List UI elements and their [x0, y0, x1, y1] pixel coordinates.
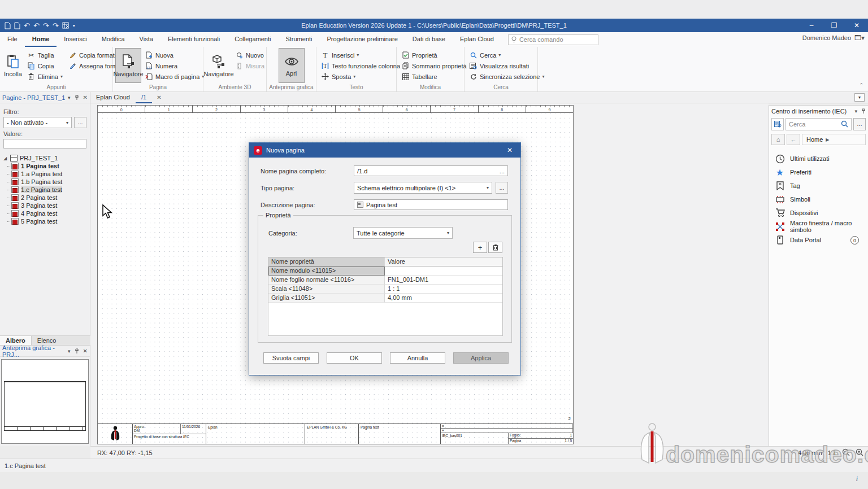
ambiente3d-navigatore-button[interactable]: Navigatore [206, 48, 232, 83]
sincronizza-selezione-button[interactable]: Sincronizza selezione▾ [467, 71, 546, 82]
page-up-icon[interactable] [5, 22, 11, 29]
ribbon-collapse-icon[interactable]: ⌃ [859, 82, 863, 88]
tab-eplan-cloud-doc[interactable]: Eplan Cloud [90, 92, 136, 103]
filtro-select[interactable]: - Non attivato -▾ [3, 117, 72, 128]
table-row[interactable]: Griglia <11051> 4,00 mm [268, 294, 502, 303]
dialog-title-bar[interactable]: e Nuova pagina ✕ [249, 143, 520, 158]
nuova-pagina-button[interactable]: Nuova [142, 50, 206, 60]
svuota-campi-button[interactable]: Svuota campi [263, 352, 319, 364]
tree-page-3[interactable]: 3 Pagina test [11, 202, 86, 209]
item-simboli[interactable]: Simboli [775, 193, 867, 206]
tree-page-2[interactable]: 2 Pagina test [11, 194, 86, 202]
add-property-button[interactable]: + [473, 242, 487, 253]
item-tag[interactable]: Tag [775, 179, 867, 193]
insertion-filter-icon[interactable] [771, 118, 784, 130]
command-search-box[interactable]: Cerca comando [508, 34, 598, 45]
tab-progettazione-preliminare[interactable]: Progettazione preliminare [320, 32, 405, 47]
tree-page-1[interactable]: 1 Pagina test [11, 162, 86, 170]
panel-dropdown-icon[interactable]: ▾ [854, 108, 857, 114]
ok-button[interactable]: OK [327, 352, 382, 364]
tipo-pagina-select[interactable]: Schema elettrico multipolare (I) <1> ▾ [354, 182, 492, 194]
table-row[interactable]: Nome foglio normale <11016> FN1_001-DM1 [268, 276, 502, 285]
redo-icon[interactable]: ↷ [43, 21, 49, 30]
back-arrow-icon[interactable]: ← [787, 134, 800, 145]
tab-dati-di-base[interactable]: Dati di base [405, 32, 453, 47]
tab-modifica[interactable]: Modifica [94, 32, 132, 47]
nome-more-button[interactable]: ... [500, 168, 505, 174]
item-macro[interactable]: Macro finestra / macro simbolo [775, 220, 867, 233]
breadcrumb[interactable]: Home▶ [802, 134, 866, 145]
zoom-in-icon[interactable] [856, 448, 863, 457]
tree-project-node[interactable]: ◢PRJ_TEST_1 [3, 154, 86, 162]
apri-anteprima-button[interactable]: Apri [279, 48, 305, 83]
sommario-proprieta-button[interactable]: Sommario proprietà [399, 60, 469, 71]
table-close-icon[interactable] [62, 22, 70, 29]
valore-input[interactable] [3, 139, 86, 149]
home-icon[interactable]: ⌂ [771, 134, 785, 145]
tab-collegamenti[interactable]: Collegamenti [227, 32, 278, 47]
minimize-button[interactable]: – [800, 21, 823, 29]
tree-page-1b[interactable]: 1.b Pagina test [11, 178, 86, 186]
tab-list-dropdown[interactable]: ▾ [854, 93, 865, 102]
panel-dropdown-icon[interactable]: ▾ [68, 95, 71, 101]
tab-inserisci[interactable]: Inserisci [57, 32, 94, 47]
info-icon[interactable]: i [856, 475, 858, 483]
close-button[interactable]: ✕ [845, 21, 868, 29]
item-dispositivi[interactable]: Dispositivi [775, 206, 867, 220]
sposta-button[interactable]: Sposta▾ [319, 71, 402, 82]
panel-close-icon[interactable]: ✕ [83, 348, 88, 354]
pagina-navigatore-button[interactable]: Navigatore [115, 48, 141, 83]
tabellare-button[interactable]: Tabellare [399, 71, 469, 82]
col-valore[interactable]: Valore [385, 257, 502, 267]
elimina-button[interactable]: Elimina▾ [25, 71, 65, 82]
copia-button[interactable]: Copia [25, 60, 65, 71]
zoom-out-icon[interactable] [842, 448, 850, 457]
user-account-icon[interactable]: 🗔▾ [854, 34, 865, 42]
pin-icon[interactable] [75, 95, 79, 101]
item-data-portal[interactable]: Data Portal 0 [775, 233, 867, 247]
macro-di-pagina-button[interactable]: Macro di pagina▾ [142, 71, 206, 82]
search-magnifier-icon[interactable] [841, 120, 848, 129]
user-name[interactable]: Domenico Madeo [802, 34, 851, 41]
insertion-more-button[interactable]: ... [853, 118, 866, 130]
annulla-button[interactable]: Annulla [390, 352, 445, 364]
tab-home[interactable]: Home [25, 32, 57, 47]
preview-thumbnail[interactable] [1, 359, 89, 444]
taglia-button[interactable]: ✂Taglia [25, 50, 65, 60]
tree-page-1c[interactable]: 1.c Pagina test [11, 186, 86, 194]
undo-point-icon[interactable]: ↶ [24, 21, 30, 30]
dialog-close-icon[interactable]: ✕ [504, 146, 516, 154]
tree-page-4[interactable]: 4 Pagina test [11, 209, 86, 217]
maximize-button[interactable]: ❐ [823, 21, 845, 29]
panel-dropdown-icon[interactable]: ▾ [68, 348, 71, 354]
page-down-icon[interactable] [14, 22, 20, 29]
nome-pagina-input[interactable]: /1.d ... [354, 165, 508, 176]
insertion-search-input[interactable]: Cerca [785, 118, 852, 130]
tab-vista[interactable]: Vista [132, 32, 160, 47]
numera-button[interactable]: 123Numera [142, 60, 206, 71]
qat-customize-icon[interactable]: ▾ [73, 23, 75, 28]
item-preferiti[interactable]: ★ Preferiti [775, 165, 867, 179]
tree-page-5[interactable]: 5 Pagina test [11, 217, 86, 225]
testo-funzionale-colonna-button[interactable]: TTesto funzionale colonna [319, 60, 402, 71]
tree-page-1a[interactable]: 1.a Pagina test [11, 170, 86, 178]
table-row[interactable]: Nome modulo <11015> [268, 267, 502, 276]
tipo-more-button[interactable]: ... [496, 182, 508, 194]
col-nome-proprieta[interactable]: Nome proprietà [268, 257, 385, 267]
delete-property-button[interactable] [488, 242, 502, 253]
tab-eplan-cloud[interactable]: Eplan Cloud [453, 32, 501, 47]
applica-button[interactable]: Applica [453, 352, 509, 364]
tab-close-icon[interactable]: ✕ [152, 94, 166, 101]
tab-strumenti[interactable]: Strumenti [278, 32, 319, 47]
panel-close-icon[interactable]: ✕ [83, 94, 88, 101]
redo-point-icon[interactable]: ↷ [53, 21, 59, 30]
cerca-button[interactable]: Cerca▾ [467, 50, 546, 60]
proprieta-button[interactable]: Proprietà [399, 50, 469, 60]
visualizza-risultati-button[interactable]: Visualizza risultati [467, 60, 546, 71]
filtro-more-button[interactable]: ... [74, 117, 86, 128]
undo-icon[interactable]: ↶ [33, 21, 40, 30]
descrizione-input[interactable]: Pagina test [354, 199, 508, 210]
pin-icon[interactable] [75, 348, 79, 354]
categoria-select[interactable]: Tutte le categorie▾ [353, 227, 453, 239]
table-row[interactable]: Scala <11048> 1 : 1 [268, 285, 502, 294]
